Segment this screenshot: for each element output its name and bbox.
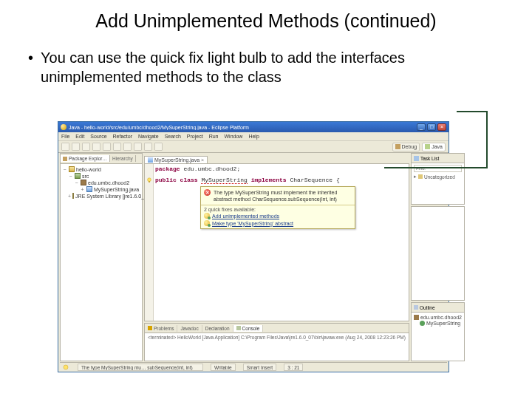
quick-fix-bulb-icon[interactable] (146, 177, 152, 183)
tree-src-folder[interactable]: −src (62, 173, 140, 179)
close-button[interactable]: × (437, 123, 446, 131)
outline-package[interactable]: edu.umbc.dhood2 (414, 315, 462, 320)
java-file-icon (148, 157, 153, 163)
toolbar-icon[interactable] (113, 143, 121, 151)
minimize-button[interactable]: _ (417, 123, 426, 131)
package-explorer-icon (63, 157, 67, 161)
window-titlebar: Java - hello-world/src/edu/umbc/dhood2/M… (58, 122, 449, 132)
editor-tab-mysuperstring[interactable]: MySuperString.java × (144, 156, 208, 163)
toolbar-icon[interactable] (154, 143, 163, 151)
tab-package-explorer[interactable]: Package Explor… (61, 155, 110, 162)
tab-console[interactable]: Console (233, 325, 264, 332)
annotation-callout-line (486, 111, 488, 168)
window-title: Java - hello-world/src/edu/umbc/dhood2/M… (69, 125, 417, 130)
tab-hierarchy[interactable]: Hierarchy (110, 155, 136, 162)
class-name-error: MySuperString (201, 177, 247, 184)
tab-javadoc[interactable]: Javadoc (177, 325, 202, 332)
svg-point-2 (64, 365, 68, 369)
workbench-client: Package Explor… Hierarchy −hello-world −… (60, 153, 447, 361)
editor-area: MySuperString.java × package edu.umbc.dh… (144, 153, 409, 361)
editor-tab-label: MySuperString.java (154, 157, 200, 163)
folder-icon (418, 174, 423, 179)
console-output: <terminated> HelloWorld [Java Applicatio… (145, 333, 409, 361)
class-icon (420, 321, 425, 326)
main-toolbar: Debug Java (58, 141, 449, 153)
menu-search[interactable]: Search (165, 134, 181, 139)
toolbar-icon[interactable] (82, 143, 90, 151)
tree-java-file[interactable]: +MySuperString.java (62, 186, 140, 192)
bullet-row: • You can use the quick fix light bulb t… (0, 39, 532, 86)
toolbar-icon[interactable] (92, 143, 100, 151)
maximize-button[interactable]: □ (427, 123, 436, 131)
toolbar-icon[interactable] (134, 143, 142, 151)
outline-view: Outline edu.umbc.dhood2 MySuperString (411, 302, 465, 361)
task-uncategorized[interactable]: ▸ Uncategorized (414, 174, 462, 180)
menu-project[interactable]: Project (187, 134, 203, 139)
quick-fix-add-unimplemented-link[interactable]: Add unimplemented methods (212, 214, 279, 219)
perspective-debug[interactable]: Debug (392, 143, 420, 151)
code-editor[interactable]: package edu.umbc.dhood2; public class My… (144, 163, 409, 321)
task-find-input[interactable] (414, 165, 462, 172)
status-icon (63, 364, 70, 370)
quick-fix-make-abstract[interactable]: Make type 'MySuperString' abstract (201, 219, 355, 227)
java-icon (425, 144, 430, 149)
outline-class[interactable]: MySuperString (414, 321, 462, 326)
bullet-marker: • (28, 48, 41, 86)
tab-package-explorer-label: Package Explor… (69, 156, 107, 161)
menu-bar: File Edit Source Refactor Navigate Searc… (58, 132, 449, 141)
eclipse-window: Java - hello-world/src/edu/umbc/dhood2/M… (58, 121, 449, 372)
task-list-title: Task List (420, 156, 439, 161)
editor-tabs: MySuperString.java × (144, 153, 409, 163)
editor-ruler (145, 164, 154, 321)
menu-file[interactable]: File (61, 134, 69, 139)
toolbar-icon[interactable] (61, 143, 69, 151)
lightbulb-fix-icon (204, 220, 210, 226)
annotation-callout-line (384, 167, 488, 168)
debug-icon (395, 144, 400, 149)
package-explorer-tree[interactable]: −hello-world −src −edu.umbc.dhood2 +MySu… (61, 164, 142, 361)
quick-fix-add-unimplemented[interactable]: Add unimplemented methods (201, 212, 355, 219)
menu-refactor[interactable]: Refactor (113, 134, 132, 139)
toolbar-icon[interactable] (144, 143, 152, 151)
menu-run[interactable]: Run (209, 134, 219, 139)
tab-declaration[interactable]: Declaration (202, 325, 233, 332)
tab-problems[interactable]: Problems (145, 325, 177, 332)
package-icon (414, 315, 419, 320)
toolbar-icon[interactable] (103, 143, 111, 151)
tree-package[interactable]: −edu.umbc.dhood2 (62, 180, 140, 185)
outline-title: Outline (420, 305, 435, 310)
eclipse-icon (61, 124, 66, 130)
tree-project[interactable]: −hello-world (62, 166, 140, 172)
package-explorer-view: Package Explor… Hierarchy −hello-world −… (60, 153, 143, 361)
menu-window[interactable]: Window (224, 134, 242, 139)
error-icon: ✕ (204, 189, 211, 196)
toolbar-icon[interactable] (72, 143, 80, 151)
close-tab-icon[interactable]: × (201, 157, 204, 163)
bottom-view-tabs: Problems Javadoc Declaration Console (145, 324, 409, 333)
svg-rect-1 (149, 181, 150, 183)
status-bar: The type MySuperString mu… subSequence(i… (60, 362, 447, 372)
status-writable: Writable (211, 364, 236, 371)
tree-jre-library[interactable]: +JRE System Library [jre1.6.0_…] (62, 193, 140, 199)
menu-source[interactable]: Source (90, 134, 106, 139)
bullet-text: You can use the quick fix light bulb to … (41, 48, 497, 86)
slide-title: Add Unimplemented Methods (continued) (0, 0, 532, 39)
perspective-debug-label: Debug (402, 144, 417, 149)
menu-edit[interactable]: Edit (75, 134, 84, 139)
menu-navigate[interactable]: Navigate (138, 134, 159, 139)
annotation-callout-line (457, 111, 488, 112)
status-cursor-pos: 3 : 21 (284, 364, 303, 371)
quick-fix-make-abstract-link[interactable]: Make type 'MySuperString' abstract (212, 221, 293, 226)
status-insert-mode: Smart Insert (243, 364, 276, 371)
perspective-java-label: Java (432, 144, 443, 149)
outline-icon (414, 305, 418, 310)
left-view-tabs: Package Explor… Hierarchy (61, 154, 142, 164)
toolbar-icon[interactable] (123, 143, 132, 151)
quick-fix-popup: ✕ The type MySuperString must implement … (200, 186, 355, 229)
menu-help[interactable]: Help (248, 134, 259, 139)
perspective-java[interactable]: Java (422, 143, 446, 151)
error-message: The type MySuperString must implement th… (214, 189, 352, 202)
code-lines: package edu.umbc.dhood2; public class My… (155, 166, 407, 183)
lightbulb-fix-icon (204, 213, 210, 219)
task-list-view: Task List ▸ All ▸ Uncategorized (411, 153, 465, 205)
